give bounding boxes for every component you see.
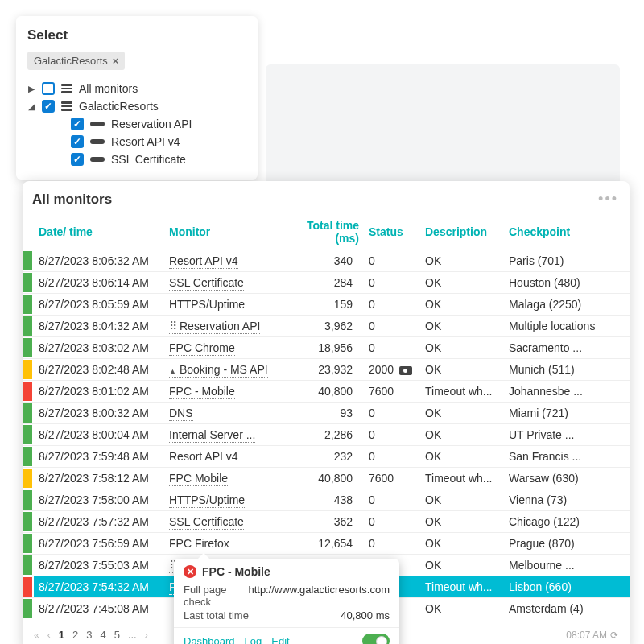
cell-datetime: 8/27/2023 8:01:02 AM xyxy=(34,381,164,402)
table-row[interactable]: 8/27/2023 7:57:32 AMSSL Certificate3620O… xyxy=(23,511,630,533)
checkbox[interactable] xyxy=(71,118,84,130)
cell-monitor[interactable]: Reservation API xyxy=(164,316,277,337)
tree-row-all[interactable]: ▶ All monitors xyxy=(27,80,246,97)
more-icon[interactable]: ••• xyxy=(598,191,618,208)
table-row[interactable]: 8/27/2023 7:58:12 AMFPC Mobile40,8007600… xyxy=(23,468,630,489)
status-indicator xyxy=(23,295,32,314)
first-page-icon[interactable]: « xyxy=(34,630,39,641)
cell-monitor[interactable]: SSL Certificate xyxy=(164,272,277,294)
col-desc[interactable]: Description xyxy=(420,214,504,250)
cell-datetime: 8/27/2023 8:03:02 AM xyxy=(34,337,164,359)
edit-link[interactable]: Edit xyxy=(271,635,289,645)
stack-icon xyxy=(61,101,72,111)
cell-checkpoint: Johannesbe ... xyxy=(504,381,630,402)
page-number[interactable]: 4 xyxy=(100,629,105,641)
tree-row-item[interactable]: Reservation API xyxy=(27,115,246,133)
cell-checkpoint: Houston (480) xyxy=(504,272,630,294)
cell-monitor[interactable]: Resort API v4 xyxy=(164,446,277,468)
cell-total: 40,800 xyxy=(277,381,364,402)
cell-datetime: 8/27/2023 7:55:03 AM xyxy=(34,555,164,576)
popover-url: http://www.galacticresorts.com xyxy=(248,584,390,608)
checkbox[interactable] xyxy=(42,100,55,113)
popover-last-label: Last total time xyxy=(184,609,249,621)
cell-monitor[interactable]: Booking - MS API xyxy=(164,359,277,381)
filter-tag[interactable]: GalacticResorts × xyxy=(27,52,125,70)
cell-datetime: 8/27/2023 8:00:32 AM xyxy=(34,402,164,424)
table-row[interactable]: 8/27/2023 7:59:48 AMResort API v42320OKS… xyxy=(23,446,630,468)
cell-checkpoint: Lisbon (660) xyxy=(504,576,630,598)
status-indicator xyxy=(23,403,32,423)
cell-monitor[interactable]: Resort API v4 xyxy=(164,250,277,272)
page-number[interactable]: 1 xyxy=(59,629,64,641)
cell-monitor[interactable]: FPC - Mobile xyxy=(164,381,277,402)
cell-monitor[interactable]: FPC Chrome xyxy=(164,337,277,359)
status-indicator xyxy=(23,512,32,531)
page-more[interactable]: ... xyxy=(128,629,137,641)
caret-right-icon[interactable]: ▶ xyxy=(27,84,35,94)
table-row[interactable]: 8/27/2023 8:01:02 AMFPC - Mobile40,80076… xyxy=(23,381,630,402)
cell-desc: OK xyxy=(420,337,504,359)
toggle-switch[interactable] xyxy=(362,634,390,644)
refresh-icon[interactable]: ⟳ xyxy=(610,630,618,641)
checkbox[interactable] xyxy=(71,153,84,166)
cell-desc: Timeout wh... xyxy=(420,381,504,402)
cell-monitor[interactable]: SSL Certificate xyxy=(164,511,277,533)
checkbox[interactable] xyxy=(42,82,55,95)
tree-label: Reservation API xyxy=(111,118,192,130)
cell-desc: OK xyxy=(420,489,504,511)
tree-row-item[interactable]: Resort API v4 xyxy=(27,133,246,151)
pill-icon xyxy=(90,139,105,144)
page-number[interactable]: 2 xyxy=(72,629,78,641)
table-row[interactable]: 8/27/2023 8:05:59 AMHTTPS/Uptime1590OKMa… xyxy=(23,294,630,316)
cell-monitor[interactable]: DNS xyxy=(164,402,277,424)
cell-datetime: 8/27/2023 7:59:48 AM xyxy=(34,446,164,468)
log-link[interactable]: Log xyxy=(245,635,262,645)
cell-status: 7600 xyxy=(364,381,420,402)
cell-checkpoint: Warsaw (630) xyxy=(504,468,630,489)
cell-status: 0 xyxy=(364,533,420,555)
checkbox[interactable] xyxy=(71,135,84,148)
col-monitor[interactable]: Monitor xyxy=(164,214,277,250)
close-icon[interactable]: × xyxy=(113,55,119,67)
cell-total: 12,654 xyxy=(277,533,364,555)
col-datetime[interactable]: Date/ time xyxy=(34,214,164,250)
dashboard-link[interactable]: Dashboard xyxy=(184,635,235,645)
col-status[interactable]: Status xyxy=(364,214,420,250)
table-row[interactable]: 8/27/2023 7:56:59 AMFPC Firefox12,6540OK… xyxy=(23,533,630,555)
cell-monitor[interactable]: Internal Server ... xyxy=(164,424,277,446)
filter-tag-label: GalacticResorts xyxy=(34,55,108,67)
popover-last-value: 40,800 ms xyxy=(341,609,390,621)
cell-monitor[interactable]: HTTPS/Uptime xyxy=(164,294,277,316)
cell-checkpoint: Prague (870) xyxy=(504,533,630,555)
cell-monitor[interactable]: FPC Firefox xyxy=(164,533,277,555)
prev-page-icon[interactable]: ‹ xyxy=(47,630,51,641)
tree-row-group[interactable]: ◢ GalacticResorts xyxy=(27,97,246,115)
cell-desc: OK xyxy=(420,598,504,620)
col-check[interactable]: Checkpoint xyxy=(504,214,630,250)
table-row[interactable]: 8/27/2023 8:06:14 AMSSL Certificate2840O… xyxy=(23,272,630,294)
table-row[interactable]: 8/27/2023 8:06:32 AMResort API v43400OKP… xyxy=(23,250,630,272)
tree-row-item[interactable]: SSL Certificate xyxy=(27,151,246,168)
cell-total: 438 xyxy=(277,489,364,511)
cell-total: 3,962 xyxy=(277,316,364,337)
cell-checkpoint: Munich (511) xyxy=(504,359,630,381)
cell-status: 0 xyxy=(364,316,420,337)
table-row[interactable]: 8/27/2023 7:58:00 AMHTTPS/Uptime4380OKVi… xyxy=(23,489,630,511)
cell-monitor[interactable]: FPC Mobile xyxy=(164,468,277,489)
col-total[interactable]: Total time (ms) xyxy=(277,214,364,250)
table-row[interactable]: 8/27/2023 8:02:48 AMBooking - MS API23,9… xyxy=(23,359,630,381)
table-row[interactable]: 8/27/2023 8:00:32 AMDNS930OKMiami (721) xyxy=(23,402,630,424)
next-page-icon[interactable]: › xyxy=(145,630,148,641)
cell-total: 284 xyxy=(277,272,364,294)
cell-desc: OK xyxy=(420,272,504,294)
table-row[interactable]: 8/27/2023 8:04:32 AMReservation API3,962… xyxy=(23,316,630,337)
page-number[interactable]: 3 xyxy=(86,629,92,641)
cell-desc: Timeout wh... xyxy=(420,468,504,489)
caret-down-icon[interactable]: ◢ xyxy=(27,101,35,112)
cell-datetime: 8/27/2023 8:00:04 AM xyxy=(34,424,164,446)
cell-monitor[interactable]: HTTPS/Uptime xyxy=(164,489,277,511)
table-row[interactable]: 8/27/2023 8:03:02 AMFPC Chrome18,9560OKS… xyxy=(23,337,630,359)
cell-datetime: 8/27/2023 8:06:32 AM xyxy=(34,250,164,272)
page-number[interactable]: 5 xyxy=(114,629,120,641)
table-row[interactable]: 8/27/2023 8:00:04 AMInternal Server ...2… xyxy=(23,424,630,446)
